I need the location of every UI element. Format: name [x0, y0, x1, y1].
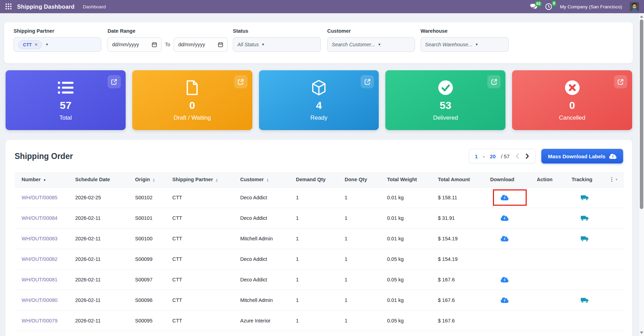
cell-download	[487, 311, 534, 331]
cell-total-amount: $ 167.6	[435, 290, 487, 311]
order-number-link[interactable]: WH/OUT/00085	[22, 195, 57, 200]
external-link-icon[interactable]	[234, 75, 248, 88]
date-to-placeholder: dd/mm/yyyy	[178, 42, 205, 47]
stat-card-draft-waiting[interactable]: 0Draft / Waiting	[132, 70, 252, 130]
stat-value: 57	[60, 100, 71, 111]
truck-icon[interactable]	[581, 297, 589, 303]
table-row: WH/OUT/000842026-02-11S00101CTTDeco Addi…	[15, 208, 624, 229]
order-number-link[interactable]: WH/OUT/00079	[22, 318, 57, 323]
filter-warehouse: Warehouse Search Warehouse... ▼	[421, 28, 509, 57]
status-label: Status	[233, 28, 321, 34]
column-header-number[interactable]: Number▼	[15, 172, 72, 187]
cloud-download-icon[interactable]	[501, 235, 509, 242]
shipping-dashboard-page: Shipping Dashboard Dashboard 63 8 My Com…	[0, 0, 644, 336]
date-to-input[interactable]: dd/mm/yyyy	[174, 37, 228, 52]
user-avatar[interactable]	[630, 2, 639, 11]
scrollbar-thumb[interactable]	[640, 19, 643, 209]
page-from[interactable]: 1	[475, 153, 478, 159]
menu-dashboard[interactable]: Dashboard	[83, 4, 106, 9]
external-link-icon[interactable]	[108, 75, 121, 88]
column-header-origin[interactable]: Origin▲▼	[132, 172, 170, 187]
column-header-action[interactable]: Action	[534, 172, 569, 187]
cell-action	[534, 290, 569, 311]
tag-label: CTT	[23, 42, 32, 47]
truck-icon[interactable]	[581, 215, 589, 221]
cloud-download-icon[interactable]	[501, 277, 509, 283]
external-link-icon[interactable]	[487, 75, 501, 88]
stat-label: Draft / Waiting	[174, 114, 211, 121]
stat-label: Total	[59, 114, 72, 121]
column-label: Action	[537, 177, 552, 182]
cell-customer: Azure Interior	[237, 311, 293, 331]
warehouse-select[interactable]: Search Warehouse... ▼	[421, 37, 509, 52]
page-total: / 57	[501, 153, 510, 159]
scrollbar-down-arrow[interactable]	[640, 331, 643, 334]
order-number-link[interactable]: WH/OUT/00080	[22, 297, 57, 303]
cell-shipping-partner: CTT	[170, 290, 237, 311]
column-header-done-qty[interactable]: Done Qty	[342, 172, 384, 187]
chevron-down-icon: ▼	[475, 43, 478, 46]
activities-button[interactable]: 8	[545, 3, 552, 10]
cell-action	[534, 311, 569, 331]
column-label: Customer	[240, 177, 264, 182]
date-from-input[interactable]: dd/mm/yyyy	[108, 37, 162, 52]
next-page-button[interactable]	[525, 153, 530, 160]
external-link-icon[interactable]	[361, 75, 374, 88]
cell-schedule-date: 2026-02-11	[72, 270, 132, 290]
messages-badge: 63	[535, 1, 542, 7]
cell-customer: Deco Addict	[237, 270, 293, 290]
scrollbar-up-arrow[interactable]	[640, 15, 643, 18]
column-header-demand-qty[interactable]: Demand Qty	[293, 172, 342, 187]
remove-tag-icon[interactable]: ✕	[34, 42, 38, 47]
column-label: Origin	[135, 177, 150, 182]
column-header-schedule-date[interactable]: Schedule Date	[72, 172, 132, 187]
cell-customer: Mitchell Admin	[237, 290, 293, 311]
apps-menu-button[interactable]	[3, 2, 14, 11]
chevron-down-icon: ▼	[46, 43, 49, 46]
cell-tracking	[569, 290, 606, 311]
stat-card-total[interactable]: 57Total	[6, 70, 126, 130]
mass-download-labels-button[interactable]: Mass Download Labels	[541, 149, 623, 163]
column-options-button[interactable]: ⋮▼	[606, 172, 624, 187]
cloud-download-icon[interactable]	[501, 297, 509, 303]
column-header-customer[interactable]: Customer▲▼	[237, 172, 293, 187]
column-header-total-weight[interactable]: Total Weight	[384, 172, 435, 187]
column-header-total-amount[interactable]: Total Amount	[435, 172, 487, 187]
cloud-download-icon[interactable]	[501, 215, 509, 221]
column-header-shipping-partner[interactable]: Shipping Partner▲▼	[170, 172, 237, 187]
truck-icon[interactable]	[581, 194, 589, 201]
cell-total-weight: 0.01 kg	[384, 290, 435, 311]
cell-done-qty: 1	[342, 270, 384, 290]
cloud-download-icon[interactable]	[501, 194, 509, 201]
cell-customer: Deco Addict	[237, 208, 293, 229]
shipping-partner-select[interactable]: CTT ✕ ▼	[14, 37, 101, 52]
cell-number: WH/OUT/00082	[15, 249, 72, 270]
stat-label: Delivered	[433, 114, 458, 121]
cell-demand-qty: 1	[293, 249, 342, 270]
page-to[interactable]: 20	[490, 153, 496, 159]
cell-schedule-date: 2026-02-11	[72, 249, 132, 270]
stat-card-delivered[interactable]: 53Delivered	[385, 70, 505, 130]
messages-button[interactable]: 63	[530, 3, 537, 10]
order-number-link[interactable]: WH/OUT/00081	[22, 277, 57, 282]
external-link-icon[interactable]	[614, 75, 627, 88]
order-number-link[interactable]: WH/OUT/00083	[22, 236, 57, 241]
cell-number: WH/OUT/00079	[15, 311, 72, 331]
truck-icon[interactable]	[581, 235, 589, 242]
stat-card-ready[interactable]: 4Ready	[259, 70, 379, 130]
stat-card-cancelled[interactable]: 0Cancelled	[512, 70, 632, 130]
order-number-link[interactable]: WH/OUT/00084	[22, 215, 57, 221]
highlight-box	[493, 190, 527, 206]
cell-origin: S00095	[132, 311, 170, 331]
cell-options	[606, 290, 624, 311]
cell-done-qty: 1	[342, 290, 384, 311]
order-number-link[interactable]: WH/OUT/00082	[22, 256, 57, 262]
column-header-download[interactable]: Download	[487, 172, 534, 187]
company-name[interactable]: My Company (San Francisco)	[560, 4, 622, 9]
status-select[interactable]: All Status ▼	[233, 37, 321, 52]
cell-number: WH/OUT/00083	[15, 229, 72, 249]
prev-page-button[interactable]	[515, 153, 520, 160]
page-scrollbar[interactable]	[638, 13, 644, 336]
customer-select[interactable]: Search Customer... ▼	[327, 37, 415, 52]
column-header-tracking[interactable]: Tracking	[569, 172, 606, 187]
